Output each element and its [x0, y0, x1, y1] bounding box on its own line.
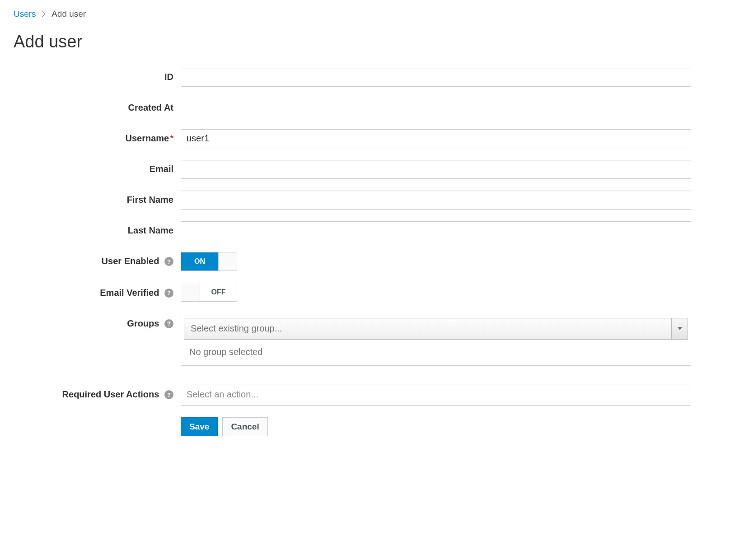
groups-select[interactable]: Select existing group... — [184, 318, 688, 340]
label-created-at: Created At — [14, 103, 181, 113]
email-input[interactable] — [181, 160, 691, 179]
cancel-button[interactable]: Cancel — [222, 417, 267, 436]
breadcrumb-link-users[interactable]: Users — [14, 9, 36, 19]
breadcrumb: Users Add user — [14, 9, 735, 19]
label-groups: Groups ? — [14, 315, 181, 329]
label-email-verified: Email Verified ? — [14, 288, 181, 298]
label-email: Email — [14, 164, 181, 174]
first-name-input[interactable] — [181, 191, 691, 210]
label-username: Username* — [14, 133, 181, 144]
label-user-enabled: User Enabled ? — [14, 256, 181, 266]
chevron-right-icon — [42, 9, 46, 19]
user-enabled-toggle[interactable]: ON — [181, 252, 237, 271]
help-icon[interactable]: ? — [164, 289, 173, 298]
label-first-name: First Name — [14, 195, 181, 205]
chevron-down-icon — [671, 318, 688, 339]
required-star-icon: * — [170, 133, 173, 143]
toggle-handle — [218, 252, 237, 271]
save-button[interactable]: Save — [181, 417, 218, 436]
toggle-off-label: OFF — [200, 283, 237, 301]
required-user-actions-input[interactable] — [181, 384, 691, 406]
username-input[interactable] — [181, 129, 691, 148]
page-title: Add user — [14, 32, 735, 51]
groups-empty-text: No group selected — [181, 342, 691, 365]
toggle-on-label: ON — [181, 252, 218, 271]
groups-select-placeholder: Select existing group... — [184, 323, 671, 334]
help-icon[interactable]: ? — [164, 319, 173, 328]
label-required-user-actions: Required User Actions ? — [14, 389, 181, 400]
toggle-handle — [181, 283, 200, 301]
id-input — [181, 68, 691, 87]
breadcrumb-current: Add user — [51, 9, 86, 19]
email-verified-toggle[interactable]: OFF — [181, 283, 237, 302]
last-name-input[interactable] — [181, 221, 691, 240]
groups-container: Select existing group... No group select… — [181, 315, 691, 366]
help-icon[interactable]: ? — [164, 390, 173, 399]
label-last-name: Last Name — [14, 225, 181, 236]
label-id: ID — [14, 72, 181, 82]
help-icon[interactable]: ? — [164, 257, 173, 266]
